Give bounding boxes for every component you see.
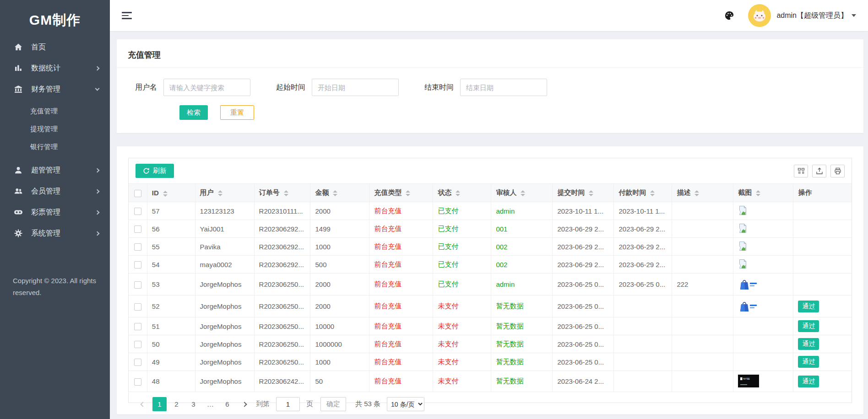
reset-button[interactable]: 重置 <box>220 105 254 120</box>
approve-button[interactable]: 通过 <box>798 376 819 387</box>
page-button-2[interactable]: 2 <box>169 397 184 411</box>
filter-input-1[interactable] <box>312 79 399 96</box>
jump-confirm-button[interactable]: 确定 <box>320 397 346 411</box>
print-button[interactable] <box>830 165 845 177</box>
theme-palette-icon[interactable] <box>724 11 734 21</box>
columns-toggle-button[interactable] <box>794 165 808 177</box>
sort-icon[interactable] <box>406 190 410 196</box>
page-size-select[interactable]: 10 条/页 <box>387 397 424 411</box>
export-button[interactable] <box>812 165 826 177</box>
refresh-button[interactable]: 刷新 <box>136 164 174 178</box>
svg-text:NYSE: NYSE <box>743 377 750 380</box>
select-all-checkbox[interactable] <box>134 190 141 197</box>
status-cell: 未支付 <box>433 371 491 392</box>
sidebar-item-1[interactable]: 数据统计 <box>0 58 110 79</box>
approve-button[interactable]: 通过 <box>798 301 819 312</box>
amount-cell: 1000 <box>310 353 369 371</box>
filter-input-0[interactable] <box>163 79 250 96</box>
sort-icon[interactable] <box>650 190 655 196</box>
page-button-1[interactable]: 1 <box>152 397 167 411</box>
table-panel: 刷新 <box>128 158 852 403</box>
recharge-table: ID用户订单号金额充值类型状态审核人提交时间付款时间描述截图操作 5712312… <box>129 183 852 392</box>
menu-toggle-icon[interactable] <box>122 10 133 21</box>
reviewer-cell: 暂无数据 <box>491 371 553 392</box>
order-cell: R202306250... <box>254 353 310 371</box>
column-header-label: 操作 <box>798 188 812 196</box>
screenshot-thumbnail[interactable] <box>738 277 788 292</box>
sidebar-item-3[interactable]: 超管管理 <box>0 160 110 181</box>
table-tools <box>794 165 845 177</box>
row-checkbox[interactable] <box>134 323 141 330</box>
screenshot-cell <box>733 238 793 256</box>
submit-time-cell: 2023-10-11 1... <box>553 202 614 220</box>
page-button-6[interactable]: 6 <box>220 397 234 411</box>
row-checkbox[interactable] <box>134 359 141 366</box>
sort-icon[interactable] <box>756 190 760 196</box>
table-card: 刷新 <box>117 146 863 414</box>
sidebar-item-0[interactable]: 首页 <box>0 37 110 58</box>
sidebar-subitem-0[interactable]: 充值管理 <box>0 102 110 120</box>
filter-input-2[interactable] <box>460 79 547 96</box>
reviewer-cell: admin <box>491 274 553 295</box>
screenshot-cell: NYSE <box>733 371 793 392</box>
sort-icon[interactable] <box>694 190 699 196</box>
home-icon <box>14 43 23 52</box>
sort-icon[interactable] <box>521 190 525 196</box>
column-header: 审核人 <box>491 184 553 202</box>
row-checkbox[interactable] <box>134 378 141 386</box>
approve-button[interactable]: 通过 <box>798 338 819 350</box>
avatar[interactable] <box>748 4 771 27</box>
sort-icon[interactable] <box>163 191 168 197</box>
sidebar-subitem-1[interactable]: 提现管理 <box>0 120 110 138</box>
screenshot-thumbnail[interactable] <box>738 299 788 314</box>
sort-icon[interactable] <box>589 190 593 196</box>
user-cell: JorgeMophos <box>195 295 254 317</box>
checkbox-cell <box>129 256 147 274</box>
approve-button[interactable]: 通过 <box>798 356 819 368</box>
search-button[interactable]: 检索 <box>179 105 208 120</box>
row-checkbox[interactable] <box>134 243 141 251</box>
pay-time-cell: 2023-06-29 2... <box>614 220 672 238</box>
sort-icon[interactable] <box>333 190 337 196</box>
column-header: 截图 <box>733 184 793 202</box>
columns-icon <box>797 167 805 175</box>
prev-page-button[interactable] <box>136 397 150 411</box>
next-page-button[interactable] <box>237 397 251 411</box>
type-cell: 前台充值 <box>369 335 433 353</box>
action-cell <box>793 238 852 256</box>
status-cell: 已支付 <box>433 202 491 220</box>
sort-icon[interactable] <box>456 190 460 196</box>
checkbox-cell <box>129 335 147 353</box>
chevron-right-icon <box>95 66 100 70</box>
sort-icon[interactable] <box>218 190 222 196</box>
screenshot-thumbnail[interactable]: NYSE <box>738 375 788 389</box>
page-content: 充值管理 用户名起始时间结束时间 检索 重置 刷新 <box>110 31 868 419</box>
chevron-down-icon <box>95 86 100 91</box>
status-cell: 未支付 <box>433 317 491 335</box>
sidebar-item-2[interactable]: 财务管理 <box>0 79 110 100</box>
row-checkbox[interactable] <box>134 303 141 311</box>
checkbox-cell <box>129 317 147 335</box>
row-checkbox[interactable] <box>134 208 141 215</box>
page-button-3[interactable]: 3 <box>186 397 201 411</box>
sidebar-item-label: 彩票管理 <box>31 208 96 217</box>
row-checkbox[interactable] <box>134 226 141 233</box>
jump-page-input[interactable] <box>276 397 300 411</box>
user-menu-label[interactable]: admin【超级管理员】 <box>776 11 848 21</box>
nyse-screenshot: NYSE <box>738 375 759 387</box>
approve-button[interactable]: 通过 <box>798 320 819 332</box>
sidebar-subitem-2[interactable]: 银行管理 <box>0 138 110 156</box>
copyright-text: Copyright © 2023. All rights reserved. <box>0 275 110 299</box>
type-cell: 前台充值 <box>369 238 433 256</box>
sidebar-item-4[interactable]: 会员管理 <box>0 181 110 202</box>
submit-time-cell: 2023-06-29 2... <box>553 238 614 256</box>
row-checkbox[interactable] <box>134 261 141 269</box>
sidebar-item-6[interactable]: 系统管理 <box>0 223 110 244</box>
row-checkbox[interactable] <box>134 281 141 289</box>
sidebar-item-5[interactable]: 彩票管理 <box>0 202 110 223</box>
pay-time-cell <box>614 353 672 371</box>
jump-prefix-label: 到第 <box>256 400 270 408</box>
row-checkbox[interactable] <box>134 341 141 348</box>
amount-cell: 50 <box>310 371 369 392</box>
sort-icon[interactable] <box>284 190 288 196</box>
